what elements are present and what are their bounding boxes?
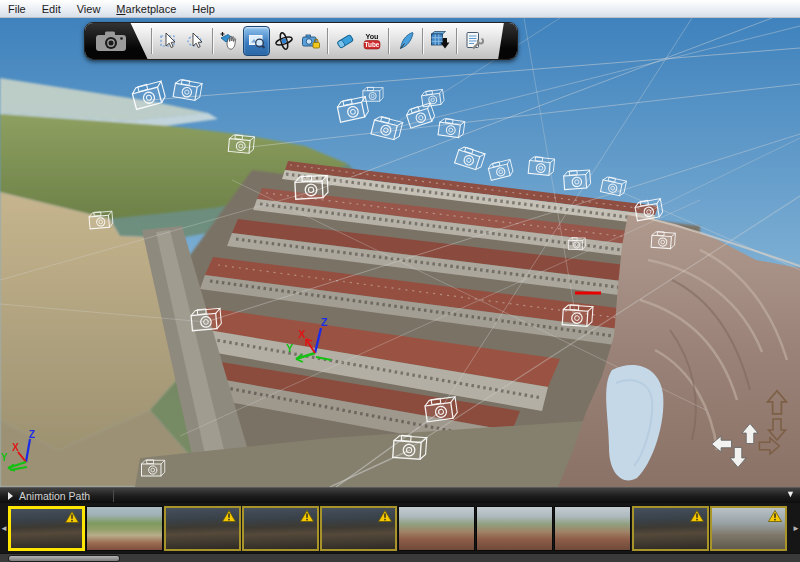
- settings-button[interactable]: [460, 26, 487, 56]
- axis-z-label: Z: [29, 429, 35, 440]
- axis-y-label: Y: [1, 452, 8, 463]
- quill-icon: [395, 30, 417, 52]
- filmstrip-thumbnail[interactable]: [398, 506, 475, 551]
- animation-path-bar: Animation Path ▼: [0, 487, 800, 503]
- filmstrip-thumbnail[interactable]: [86, 506, 163, 551]
- warning-icon: [65, 511, 79, 523]
- filmstrip-thumbnail[interactable]: [554, 506, 631, 551]
- menu-bar: File Edit View Marketplace Help: [0, 0, 800, 18]
- photo-magnifier-icon: [246, 30, 268, 52]
- axis-x-label: X: [12, 442, 19, 453]
- menu-marketplace[interactable]: Marketplace: [108, 2, 184, 16]
- toolbar-divider: [212, 28, 213, 54]
- pan-tool[interactable]: [216, 26, 243, 56]
- cube-download-icon: [429, 30, 451, 52]
- warning-icon: [768, 510, 782, 522]
- create-capture-button[interactable]: [84, 22, 148, 60]
- filmstrip-thumbnail[interactable]: [164, 506, 241, 551]
- filmstrip-scroll-right-button[interactable]: ►: [792, 524, 800, 533]
- filmstrip-thumbnail[interactable]: [242, 506, 319, 551]
- svg-text:You: You: [365, 32, 378, 41]
- filmstrip-scrollbar-thumb[interactable]: [8, 555, 120, 562]
- camera-lock-icon: [300, 30, 322, 52]
- mesh-export-button[interactable]: [426, 26, 453, 56]
- warning-icon: [222, 510, 236, 522]
- filmstrip-thumbnail[interactable]: [710, 506, 787, 551]
- orbit-icon: [273, 30, 295, 52]
- toolbar-divider: [456, 28, 457, 54]
- select-lasso-button[interactable]: [182, 26, 209, 56]
- toolbar-divider: [327, 28, 328, 54]
- svg-text:Tube: Tube: [364, 41, 379, 48]
- toolbar-end-cap: [498, 22, 518, 60]
- filmstrip-thumbnail[interactable]: [8, 506, 85, 551]
- youtube-export-button[interactable]: You Tube: [358, 26, 385, 56]
- 3d-viewport[interactable]: Z X Y Z X Y: [0, 18, 800, 487]
- filmstrip-thumbnail[interactable]: [632, 506, 709, 551]
- document-wrench-icon: [463, 30, 485, 52]
- filmstrip-thumbnail[interactable]: [320, 506, 397, 551]
- menu-file[interactable]: File: [0, 2, 34, 16]
- play-triangle-icon: [8, 492, 13, 500]
- hand-pan-icon: [219, 30, 241, 52]
- select-rectangle-button[interactable]: [155, 26, 182, 56]
- main-toolbar: You Tube: [84, 22, 518, 60]
- feather-edit-tool[interactable]: [392, 26, 419, 56]
- warning-icon: [300, 510, 314, 522]
- filmstrip-thumbnail[interactable]: [476, 506, 553, 551]
- filmstrip-thumbnails: [8, 506, 787, 551]
- lock-camera-tool[interactable]: [297, 26, 324, 56]
- animation-path-toggle[interactable]: Animation Path: [8, 488, 90, 504]
- axis-y-label: Y: [286, 342, 294, 354]
- eraser-tool[interactable]: [331, 26, 358, 56]
- filmstrip: ◄ ►: [0, 503, 800, 553]
- orbit-tool[interactable]: [270, 26, 297, 56]
- animation-path-label: Animation Path: [19, 490, 90, 502]
- dropdown-caret-icon[interactable]: ▼: [786, 489, 795, 499]
- filmstrip-scrollbar[interactable]: [0, 553, 800, 562]
- menu-view[interactable]: View: [69, 2, 109, 16]
- examine-photo-tool[interactable]: [243, 26, 270, 56]
- menu-edit[interactable]: Edit: [34, 2, 69, 16]
- menu-help[interactable]: Help: [184, 2, 223, 16]
- youtube-icon: You Tube: [361, 30, 383, 52]
- axis-z-label: Z: [321, 316, 328, 328]
- 3d-viewport-canvas[interactable]: Z X Y Z X Y: [0, 18, 800, 487]
- toolbar-divider: [422, 28, 423, 54]
- axis-x-label: X: [298, 328, 306, 340]
- filmstrip-scroll-left-button[interactable]: ◄: [0, 524, 8, 533]
- divider: [113, 490, 114, 502]
- arrow-rect-select-icon: [158, 30, 180, 52]
- warning-icon: [690, 510, 704, 522]
- warning-icon: [378, 510, 392, 522]
- eraser-icon: [334, 30, 356, 52]
- arrow-lasso-select-icon: [185, 30, 207, 52]
- toolbar-divider: [151, 28, 152, 54]
- toolbar-divider: [388, 28, 389, 54]
- camera-icon: [92, 28, 132, 54]
